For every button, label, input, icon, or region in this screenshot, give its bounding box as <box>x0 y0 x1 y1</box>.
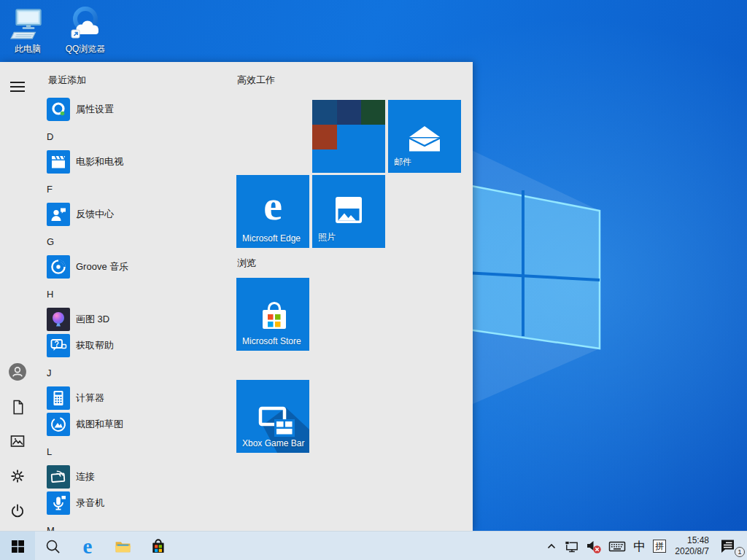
taskbar-file-explorer-button[interactable] <box>105 532 140 560</box>
app-list-letter-h[interactable]: H <box>47 281 193 308</box>
recently-added-header: 最近添加 <box>48 74 86 87</box>
file-explorer-icon <box>113 537 133 556</box>
connect-icon <box>47 465 70 489</box>
app-label: Groove 音乐 <box>76 260 128 273</box>
document-icon <box>9 399 26 416</box>
app-label: 录音机 <box>76 497 104 510</box>
user-avatar-icon <box>8 362 27 381</box>
app-row-paint3d[interactable]: 画图 3D <box>47 308 226 331</box>
this-pc-icon <box>9 6 46 42</box>
voice-recorder-icon <box>47 491 70 515</box>
tile-photos[interactable]: 照片 <box>312 175 385 248</box>
taskbar-store-button[interactable] <box>140 532 175 560</box>
qq-browser-icon <box>66 4 105 42</box>
edge-icon: e <box>236 181 309 230</box>
app-label: 反馈中心 <box>76 208 114 221</box>
start-menu: 最近添加 属性设置 D 电影和电视 F <box>0 62 473 531</box>
settings-button[interactable] <box>0 460 35 492</box>
gear-icon <box>9 467 26 485</box>
start-button[interactable] <box>0 532 35 560</box>
app-label: 连接 <box>76 470 95 483</box>
tray-date: 2020/8/7 <box>675 546 709 557</box>
app-list-letter-j[interactable]: J <box>47 360 193 386</box>
action-center-button[interactable]: 1 <box>715 532 747 560</box>
volume-muted-icon <box>584 537 603 555</box>
tile-microsoft-edge[interactable]: e Microsoft Edge <box>236 175 309 248</box>
app-label: 截图和草图 <box>76 418 123 431</box>
app-label: 电影和电视 <box>76 155 123 168</box>
app-label: 获取帮助 <box>76 339 114 352</box>
app-label: 画图 3D <box>76 313 109 326</box>
tile-microsoft-store[interactable]: Microsoft Store <box>236 278 309 351</box>
tile-label: Microsoft Edge <box>242 233 301 244</box>
search-icon <box>44 538 61 555</box>
store-icon <box>148 537 168 556</box>
tile-label: 照片 <box>318 231 336 244</box>
tray-ime-mode-button[interactable]: 中 <box>629 532 650 560</box>
documents-button[interactable] <box>0 391 35 423</box>
qq-settings-icon <box>47 98 70 121</box>
tile-group-header-explore: 浏览 <box>237 257 256 270</box>
app-list-letter-f[interactable]: F <box>47 176 193 203</box>
live-tile-square <box>312 100 337 125</box>
app-row-voice-recorder[interactable]: 录音机 <box>47 491 226 515</box>
live-tile-square <box>337 100 361 125</box>
tile-xbox-game-bar[interactable]: Xbox Game Bar <box>236 380 309 453</box>
paint3d-icon <box>47 308 70 331</box>
start-menu-rail <box>0 62 35 531</box>
app-label: 计算器 <box>76 392 104 405</box>
desktop-icon-qq-browser[interactable]: QQ浏览器 <box>62 4 109 55</box>
app-list-letter-g[interactable]: G <box>47 229 193 255</box>
network-icon <box>563 538 580 555</box>
tray-time: 15:48 <box>675 535 709 546</box>
app-list-letter-d[interactable]: D <box>47 124 193 150</box>
app-row-movies-tv[interactable]: 电影和电视 <box>47 150 226 174</box>
hamburger-icon <box>9 81 26 93</box>
tile-mail[interactable]: 邮件 <box>388 100 461 173</box>
desktop: 此电脑 QQ浏览器 <box>0 0 747 560</box>
notification-badge: 1 <box>735 547 745 557</box>
app-row-groove-music[interactable]: Groove 音乐 <box>47 255 226 279</box>
tray-clock[interactable]: 15:48 2020/8/7 <box>669 532 715 560</box>
chevron-up-icon <box>544 539 559 553</box>
app-row-connect[interactable]: 连接 <box>47 465 226 489</box>
tile-group-header-productivity: 高效工作 <box>237 74 275 87</box>
snip-sketch-icon <box>47 413 70 436</box>
system-tray: 中 拼 15:48 2020/8/7 1 <box>542 532 747 560</box>
app-label: 属性设置 <box>76 103 114 116</box>
tile-label: Microsoft Store <box>242 336 301 346</box>
live-tile-square <box>361 100 385 125</box>
tray-show-hidden-icons[interactable] <box>542 532 561 560</box>
movies-tv-icon <box>47 150 70 174</box>
tile-label: Xbox Game Bar <box>242 438 304 448</box>
tile-label: 邮件 <box>394 156 411 168</box>
keyboard-icon <box>608 537 627 555</box>
tile-live-people[interactable] <box>312 100 385 173</box>
search-button[interactable] <box>35 532 70 560</box>
app-row-get-help[interactable]: 获取帮助 <box>47 334 226 357</box>
feedback-hub-icon <box>47 203 70 226</box>
app-row-feedback-hub[interactable]: 反馈中心 <box>47 203 226 226</box>
taskbar-edge-button[interactable]: e <box>70 532 105 560</box>
desktop-icon-this-pc[interactable]: 此电脑 <box>4 6 51 55</box>
power-button[interactable] <box>0 495 35 527</box>
power-icon <box>9 502 26 520</box>
tray-network-icon-button[interactable] <box>561 532 582 560</box>
live-tile-square <box>312 125 337 149</box>
app-row-properties[interactable]: 属性设置 <box>47 98 226 121</box>
taskbar: e <box>0 531 747 560</box>
app-list-letter-l[interactable]: L <box>47 439 193 465</box>
pictures-button[interactable] <box>0 425 35 457</box>
get-help-icon <box>47 334 70 357</box>
app-row-calculator[interactable]: 计算器 <box>47 386 226 410</box>
user-account-button[interactable] <box>0 356 35 388</box>
tray-ime-pinyin-button[interactable]: 拼 <box>653 540 666 553</box>
tray-touch-keyboard-button[interactable] <box>605 532 629 560</box>
expand-menu-button[interactable] <box>0 71 35 103</box>
tray-volume-muted-button[interactable] <box>582 532 605 560</box>
edge-icon: e <box>83 536 93 557</box>
calculator-icon <box>47 386 70 410</box>
app-row-snip-sketch[interactable]: 截图和草图 <box>47 413 226 436</box>
desktop-icon-label: QQ浏览器 <box>62 43 109 55</box>
app-list-letter-m[interactable]: M <box>47 518 193 531</box>
